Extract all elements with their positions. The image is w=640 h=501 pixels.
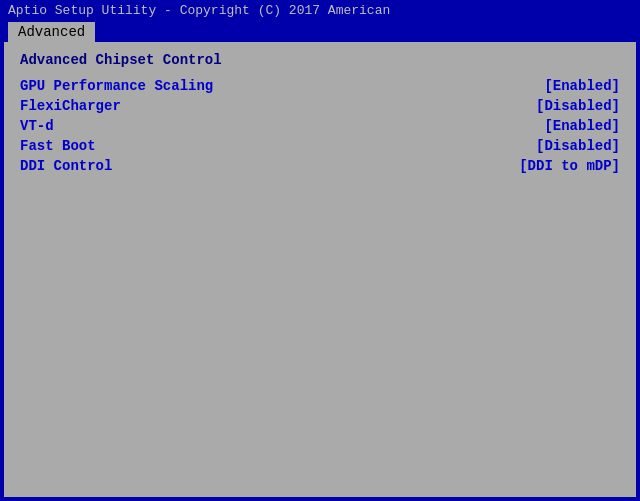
- settings-list: GPU Performance Scaling[Enabled]FlexiCha…: [20, 78, 620, 174]
- top-bar-title: Aptio Setup Utility - Copyright (C) 2017…: [8, 3, 390, 18]
- tab-bar: Advanced: [0, 20, 640, 42]
- settings-row[interactable]: FlexiCharger[Disabled]: [20, 98, 620, 114]
- setting-label: GPU Performance Scaling: [20, 78, 213, 94]
- settings-row[interactable]: GPU Performance Scaling[Enabled]: [20, 78, 620, 94]
- setting-label: DDI Control: [20, 158, 112, 174]
- setting-label: VT-d: [20, 118, 54, 134]
- tab-advanced[interactable]: Advanced: [8, 22, 95, 42]
- setting-value: [DDI to mDP]: [519, 158, 620, 174]
- section-title: Advanced Chipset Control: [20, 52, 620, 68]
- setting-label: FlexiCharger: [20, 98, 121, 114]
- top-bar: Aptio Setup Utility - Copyright (C) 2017…: [0, 0, 640, 20]
- settings-row[interactable]: Fast Boot[Disabled]: [20, 138, 620, 154]
- setting-value: [Enabled]: [544, 118, 620, 134]
- settings-row[interactable]: DDI Control[DDI to mDP]: [20, 158, 620, 174]
- setting-label: Fast Boot: [20, 138, 96, 154]
- setting-value: [Enabled]: [544, 78, 620, 94]
- setting-value: [Disabled]: [536, 98, 620, 114]
- setting-value: [Disabled]: [536, 138, 620, 154]
- settings-row[interactable]: VT-d[Enabled]: [20, 118, 620, 134]
- main-content: Advanced Chipset Control GPU Performance…: [4, 42, 636, 497]
